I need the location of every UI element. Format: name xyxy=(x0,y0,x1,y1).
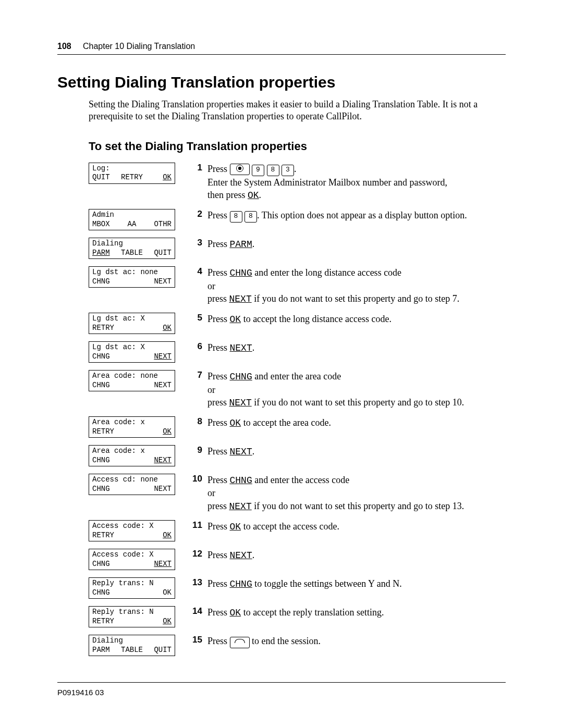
step-row: Access code: XCHNGNEXT12Press NEXT. xyxy=(89,549,506,570)
display-line-1: Admin xyxy=(92,211,172,220)
softkey-l: CHNG xyxy=(92,381,119,390)
phone-display: Area code: noneCHNGNEXT xyxy=(89,370,175,391)
step-instruction: Press CHNG to toggle the settings betwee… xyxy=(207,577,506,590)
step-instruction: Press to end the session. xyxy=(207,635,506,648)
step-number: 13 xyxy=(185,577,207,588)
step-instruction: Press NEXT. xyxy=(207,341,506,354)
page-number: 108 xyxy=(57,42,71,51)
step-instruction: Press CHNG and enter the area codeorpres… xyxy=(207,370,506,409)
display-line-1: Area code: none xyxy=(92,372,172,381)
softkey-l: CHNG xyxy=(92,485,119,494)
step-row: AdminMBOXAAOTHR2Press 8 8. This option d… xyxy=(89,209,506,230)
softkey-ref: PARM xyxy=(230,239,252,250)
digit-key: 3 xyxy=(282,165,294,176)
softkey-c xyxy=(119,531,145,540)
softkey-r: OK xyxy=(145,173,172,182)
softkey-l: RETRY xyxy=(92,427,119,437)
phone-display: Access code: XCHNGNEXT xyxy=(89,549,175,570)
display-softkeys: RETRYOK xyxy=(92,531,172,540)
feature-key-icon xyxy=(230,164,250,175)
step-instruction: Press 8 8. This option does not appear a… xyxy=(207,209,506,223)
step-number: 2 xyxy=(185,209,207,219)
step-number: 5 xyxy=(185,313,207,323)
display-line-1: Access cd: none xyxy=(92,475,172,485)
softkey-c xyxy=(119,324,145,333)
step-row: Area code: xRETRYOK8Press OK to accept t… xyxy=(89,416,506,438)
softkey-c xyxy=(119,456,145,465)
step-row: Lg dst ac: XCHNGNEXT6Press NEXT. xyxy=(89,341,506,363)
heading-1: Setting Dialing Translation properties xyxy=(57,73,506,91)
step-number: 10 xyxy=(185,474,207,484)
step-row: Area code: noneCHNGNEXT7Press CHNG and e… xyxy=(89,370,506,409)
softkey-r: NEXT xyxy=(145,560,172,569)
phone-display: DialingPARMTABLEQUIT xyxy=(89,238,175,259)
softkey-c xyxy=(119,617,145,626)
step-row: Area code: xCHNGNEXT9Press NEXT. xyxy=(89,445,506,466)
digit-key: 8 xyxy=(267,165,279,176)
display-line-1: Reply trans: N xyxy=(92,608,172,617)
softkey-ref: CHNG xyxy=(230,268,252,278)
phone-display: Area code: xRETRYOK xyxy=(89,416,175,438)
softkey-r: NEXT xyxy=(145,352,172,362)
step-instruction: Press PARM. xyxy=(207,238,506,251)
softkey-c xyxy=(119,427,145,437)
softkey-l: MBOX xyxy=(92,220,119,229)
display-line-1: Dialing xyxy=(92,239,172,249)
steps-list: Log:QUITRETRYOK1Press 9 8 3.Enter the Sy… xyxy=(89,163,506,656)
step-row: Lg dst ac: noneCHNGNEXT4Press CHNG and e… xyxy=(89,266,506,305)
display-line-1: Lg dst ac: none xyxy=(92,268,172,277)
step-instruction: Press 9 8 3.Enter the System Administrat… xyxy=(207,163,506,202)
handset-icon xyxy=(235,639,245,644)
softkey-l: RETRY xyxy=(92,617,119,626)
phone-display: DialingPARMTABLEQUIT xyxy=(89,635,175,656)
step-row: Reply trans: NRETRYOK14Press OK to accep… xyxy=(89,606,506,627)
phone-display: Access cd: noneCHNGNEXT xyxy=(89,474,175,495)
softkey-c: TABLE xyxy=(119,646,145,655)
step-instruction: Press OK to accept the reply translation… xyxy=(207,606,506,619)
softkey-ref: NEXT xyxy=(230,550,252,561)
display-softkeys: CHNGNEXT xyxy=(92,277,172,287)
phone-display: Lg dst ac: XCHNGNEXT xyxy=(89,341,175,363)
phone-display: Access code: XRETRYOK xyxy=(89,520,175,541)
display-softkeys: RETRYOK xyxy=(92,324,172,333)
step-instruction: Press CHNG and enter the access codeorpr… xyxy=(207,474,506,513)
phone-display: AdminMBOXAAOTHR xyxy=(89,209,175,230)
phone-display: Lg dst ac: noneCHNGNEXT xyxy=(89,266,175,288)
softkey-l: CHNG xyxy=(92,560,119,569)
display-softkeys: MBOXAAOTHR xyxy=(92,220,172,229)
step-instruction: Press OK to accept the access code. xyxy=(207,520,506,533)
softkey-r: OTHR xyxy=(145,220,172,229)
display-line-1: Log: xyxy=(92,164,172,174)
release-key-icon xyxy=(230,637,250,648)
softkey-r: NEXT xyxy=(145,381,172,390)
softkey-l: CHNG xyxy=(92,277,119,287)
step-row: DialingPARMTABLEQUIT3Press PARM. xyxy=(89,238,506,259)
intro-paragraph: Setting the Dialing Translation properti… xyxy=(89,98,506,123)
softkey-c xyxy=(119,588,145,598)
phone-display: Lg dst ac: XRETRYOK xyxy=(89,313,175,334)
step-instruction: Press NEXT. xyxy=(207,549,506,562)
softkey-ref: OK xyxy=(248,190,259,201)
softkey-r: OK xyxy=(145,531,172,540)
step-number: 4 xyxy=(185,266,207,277)
softkey-c xyxy=(119,485,145,494)
phone-display: Area code: xCHNGNEXT xyxy=(89,445,175,466)
softkey-r: OK xyxy=(145,588,172,598)
softkey-l: RETRY xyxy=(92,531,119,540)
display-softkeys: CHNGNEXT xyxy=(92,456,172,465)
step-instruction: Press NEXT. xyxy=(207,445,506,458)
softkey-ref: OK xyxy=(230,418,241,428)
softkey-c xyxy=(119,381,145,390)
heading-2: To set the Dialing Translation propertie… xyxy=(89,140,506,153)
step-instruction: Press OK to accept the area code. xyxy=(207,416,506,429)
display-softkeys: PARMTABLEQUIT xyxy=(92,249,172,258)
display-line-1: Area code: x xyxy=(92,418,172,427)
softkey-l: PARM xyxy=(92,249,119,258)
display-line-1: Access code: X xyxy=(92,550,172,560)
display-softkeys: CHNGOK xyxy=(92,588,172,598)
page: 108 Chapter 10 Dialing Translation Setti… xyxy=(0,0,563,728)
display-line-1: Lg dst ac: X xyxy=(92,343,172,352)
digit-key: 8 xyxy=(230,211,242,223)
softkey-ref: NEXT xyxy=(229,398,252,408)
step-row: Lg dst ac: XRETRYOK5Press OK to accept t… xyxy=(89,313,506,334)
